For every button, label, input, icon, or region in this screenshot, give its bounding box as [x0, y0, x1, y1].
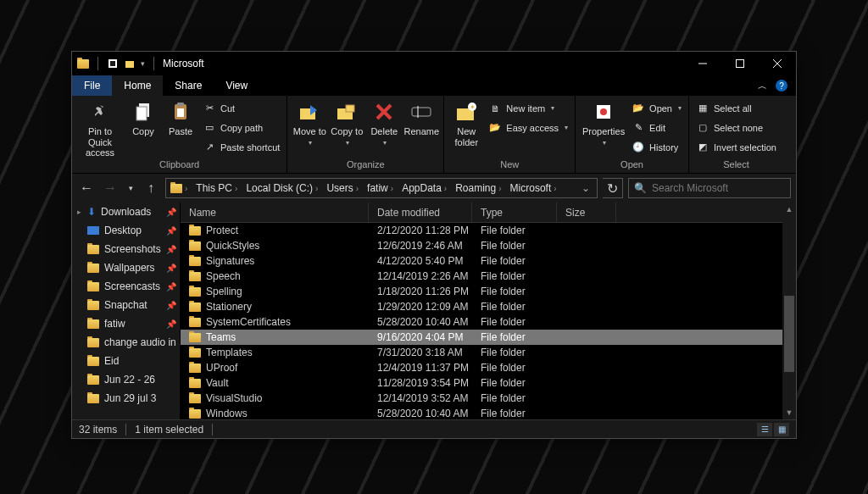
nav-item[interactable]: Eid [72, 352, 180, 370]
tab-view[interactable]: View [214, 75, 259, 96]
nav-item[interactable]: Snapchat📌 [72, 296, 180, 314]
file-row[interactable]: Protect2/12/2020 11:28 PMFile folder [181, 223, 782, 238]
tab-file[interactable]: File [72, 75, 112, 96]
qat-dropdown-icon[interactable]: ▾ [141, 59, 145, 68]
breadcrumb-segment[interactable]: AppData › [398, 182, 451, 194]
file-row[interactable]: VisualStudio12/14/2019 3:52 AMFile folde… [181, 391, 782, 406]
scroll-thumb[interactable] [784, 296, 794, 372]
help-icon[interactable]: ? [776, 80, 787, 92]
back-button[interactable]: ← [77, 179, 96, 197]
easyaccess-icon: 📂 [488, 122, 502, 133]
col-size[interactable]: Size [557, 203, 616, 222]
breadcrumb-segment[interactable]: Local Disk (C:) › [242, 182, 322, 194]
search-box[interactable]: 🔍 Search Microsoft [628, 178, 791, 198]
qat-properties-icon[interactable] [107, 58, 119, 69]
invert-icon: ◩ [696, 142, 709, 153]
file-row[interactable]: Templates7/31/2020 3:18 AMFile folder [181, 345, 782, 360]
file-row[interactable]: Spelling1/18/2020 11:26 PMFile folder [181, 284, 782, 299]
history-button[interactable]: 🕘History [628, 138, 685, 156]
window-title: Microsoft [163, 58, 204, 69]
refresh-button[interactable]: ↻ [603, 178, 623, 198]
edit-button[interactable]: ✎Edit [628, 119, 685, 136]
pin-to-quick-access-button[interactable]: Pin to Quick access [75, 97, 125, 158]
edit-icon: ✎ [632, 122, 645, 133]
folder-icon [189, 364, 201, 373]
nav-item[interactable]: fatiw📌 [72, 314, 180, 333]
ribbon-group-open: Properties▾ 📂Open▾ ✎Edit 🕘History Open [576, 96, 689, 173]
rename-button[interactable]: Rename [403, 97, 440, 137]
file-row[interactable]: Speech12/14/2019 2:26 AMFile folder [181, 269, 782, 284]
delete-button[interactable]: Delete▾ [365, 97, 403, 147]
search-icon: 🔍 [634, 182, 647, 194]
file-row[interactable]: Vault11/28/2019 3:54 PMFile folder [181, 375, 782, 391]
nav-item[interactable]: Jun 29 jul 3 [72, 389, 180, 408]
copy-to-button[interactable]: Copy to▾ [328, 97, 365, 147]
search-placeholder: Search Microsoft [652, 182, 728, 194]
forward-button[interactable]: → [101, 179, 120, 197]
tab-home[interactable]: Home [112, 75, 163, 96]
breadcrumb-segment[interactable]: This PC › [192, 182, 242, 194]
tab-share[interactable]: Share [163, 75, 214, 96]
ribbon-group-organize: Move to▾ Copy to▾ Delete▾ Rename Organiz… [287, 96, 444, 173]
move-to-button[interactable]: Move to▾ [291, 97, 328, 147]
view-details-button[interactable]: ☰ [757, 423, 772, 436]
new-item-button[interactable]: 🗎New item▾ [485, 99, 571, 117]
file-row[interactable]: UProof12/4/2019 11:37 PMFile folder [181, 360, 782, 375]
svg-rect-1 [110, 61, 115, 66]
nav-item[interactable]: change audio in [72, 333, 180, 352]
copy-path-button[interactable]: ▭Copy path [199, 119, 283, 136]
col-name[interactable]: Name [181, 203, 369, 222]
breadcrumb-segment[interactable]: fatiw › [363, 182, 398, 194]
properties-button[interactable]: Properties▾ [579, 97, 628, 147]
minimize-button[interactable] [684, 52, 721, 75]
open-button[interactable]: 📂Open▾ [628, 99, 685, 117]
nav-pane[interactable]: ▸⬇Downloads📌Desktop📌Screenshots📌Wallpape… [72, 203, 181, 419]
nav-item[interactable]: Desktop📌 [72, 221, 180, 240]
invert-selection-button[interactable]: ◩Invert selection [693, 138, 780, 156]
scroll-up-icon[interactable]: ▲ [782, 203, 796, 216]
breadcrumb-segment[interactable]: Microsoft › [506, 182, 561, 194]
nav-item[interactable]: Jun 22 - 26 [72, 370, 180, 389]
easy-access-button[interactable]: 📂Easy access▾ [485, 119, 571, 136]
status-selected: 1 item selected [135, 424, 203, 436]
file-row[interactable]: QuickStyles12/6/2019 2:46 AMFile folder [181, 238, 782, 253]
file-row[interactable]: Stationery1/29/2020 12:09 AMFile folder [181, 299, 782, 314]
up-button[interactable]: ↑ [142, 179, 160, 197]
qat-newfolder-icon[interactable] [124, 58, 136, 69]
explorer-window: ▾ Microsoft File Home Share View ︿ ? Pin… [71, 51, 797, 439]
nav-item[interactable]: Wallpapers📌 [72, 258, 180, 277]
view-large-button[interactable]: ▦ [774, 423, 789, 436]
recent-dropdown[interactable]: ▾ [125, 179, 136, 197]
file-row[interactable]: Teams9/16/2020 4:04 PMFile folder [181, 330, 782, 345]
maximize-button[interactable] [721, 52, 759, 75]
copyto-icon [336, 99, 358, 125]
select-none-button[interactable]: ▢Select none [693, 119, 780, 136]
paste-button[interactable]: Paste [162, 97, 199, 137]
copy-button[interactable]: Copy [125, 97, 162, 137]
scrollbar[interactable]: ▲ ▼ [782, 203, 796, 419]
column-headers[interactable]: Name Date modified Type Size [181, 203, 782, 223]
file-list[interactable]: Protect2/12/2020 11:28 PMFile folderQuic… [181, 223, 782, 419]
breadcrumb-segment[interactable]: Users › [322, 182, 363, 194]
folder-icon [189, 318, 201, 327]
close-button[interactable] [759, 52, 796, 75]
addr-dropdown-icon[interactable]: ⌄ [581, 182, 590, 194]
file-row[interactable]: Signatures4/12/2020 5:40 PMFile folder [181, 253, 782, 269]
nav-item[interactable]: Screenshots📌 [72, 240, 180, 258]
col-type[interactable]: Type [472, 203, 557, 222]
folder-icon [189, 348, 201, 358]
file-row[interactable]: Windows5/28/2020 10:40 AMFile folder [181, 406, 782, 419]
select-all-button[interactable]: ▦Select all [693, 99, 780, 117]
nav-item[interactable]: Screencasts📌 [72, 277, 180, 296]
new-folder-button[interactable]: ✦ New folder [448, 97, 485, 147]
selectall-icon: ▦ [696, 103, 709, 114]
ribbon-collapse-icon[interactable]: ︿ [758, 80, 767, 92]
scroll-down-icon[interactable]: ▼ [782, 406, 796, 419]
nav-item[interactable]: ▸⬇Downloads📌 [72, 203, 180, 221]
address-bar[interactable]: › This PC ›Local Disk (C:) ›Users ›fatiw… [165, 178, 598, 198]
breadcrumb-segment[interactable]: Roaming › [451, 182, 505, 194]
cut-button[interactable]: ✂Cut [199, 99, 283, 117]
file-row[interactable]: SystemCertificates5/28/2020 10:40 AMFile… [181, 314, 782, 330]
paste-shortcut-button[interactable]: ↗Paste shortcut [199, 138, 283, 156]
col-date[interactable]: Date modified [369, 203, 472, 222]
